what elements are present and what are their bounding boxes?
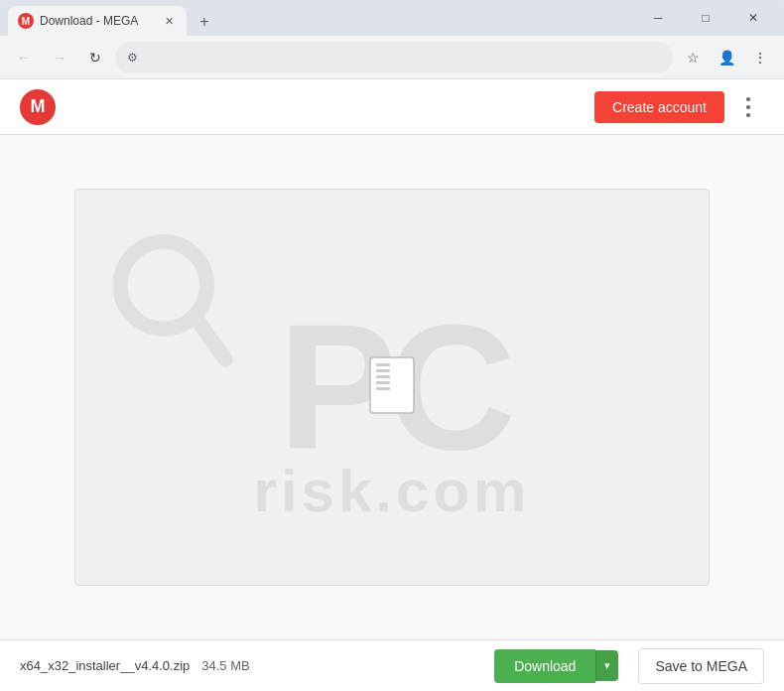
mega-logo[interactable]: M [20,89,56,125]
svg-rect-5 [376,375,390,378]
header-menu-button[interactable] [732,91,764,123]
browser-window: M Download - MEGA ✕ + ─ □ ✕ ← → ↻ ⚙ ☆ 👤 … [0,0,784,691]
bookmark-button[interactable]: ☆ [677,42,709,73]
svg-rect-3 [376,363,390,366]
nav-right-controls: ☆ 👤 ⋮ [677,42,776,73]
profile-button[interactable]: 👤 [711,42,742,73]
nav-bar: ← → ↻ ⚙ ☆ 👤 ⋮ [0,36,784,79]
maximize-button[interactable]: □ [683,3,728,33]
page-content: M Create account PC [0,79,784,691]
address-bar[interactable]: ⚙ [115,42,673,73]
svg-rect-4 [376,369,390,372]
watermark-magnifier [95,229,244,378]
zip-file-icon [368,355,416,415]
tab-title: Download - MEGA [40,14,155,28]
save-to-mega-button[interactable]: Save to MEGA [638,648,764,684]
forward-button[interactable]: → [44,42,75,73]
download-button[interactable]: Download [494,649,595,683]
active-tab[interactable]: M Download - MEGA ✕ [8,6,187,36]
menu-dot-2 [746,105,750,109]
back-button[interactable]: ← [8,42,40,73]
bottom-bar: x64_x32_installer__v4.4.0.zip 34.5 MB Do… [0,639,784,691]
preview-box: PC risk.com [74,189,710,586]
mega-header: M Create account [0,79,784,135]
address-security-icon: ⚙ [127,51,138,65]
tab-bar: M Download - MEGA ✕ + [8,0,635,36]
new-tab-button[interactable]: + [191,8,218,36]
svg-rect-7 [376,387,390,390]
create-account-button[interactable]: Create account [594,91,724,123]
file-size: 34.5 MB [201,658,249,673]
minimize-button[interactable]: ─ [635,3,681,33]
window-controls: ─ □ ✕ [635,3,776,33]
more-button[interactable]: ⋮ [744,42,776,73]
tab-close-button[interactable]: ✕ [161,13,177,29]
header-right: Create account [594,91,764,123]
svg-rect-6 [376,381,390,384]
menu-dot-1 [746,97,750,101]
tab-favicon: M [18,13,34,29]
file-area: PC risk.com [0,135,784,639]
file-name: x64_x32_installer__v4.4.0.zip [20,658,190,673]
menu-dot-3 [746,113,750,117]
watermark-risk-text: risk.com [75,457,709,525]
close-button[interactable]: ✕ [730,3,776,33]
download-button-group: Download ▾ [494,649,618,683]
download-dropdown-button[interactable]: ▾ [595,650,618,681]
title-bar: M Download - MEGA ✕ + ─ □ ✕ [0,0,784,36]
svg-line-1 [195,317,225,360]
file-icon-container [368,355,416,419]
refresh-button[interactable]: ↻ [79,42,111,73]
